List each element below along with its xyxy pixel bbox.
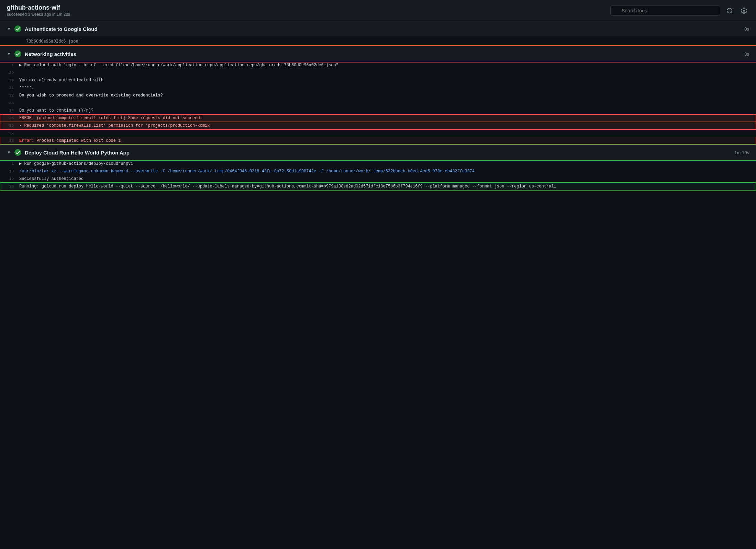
chevron-down-icon: ▼ <box>7 26 11 31</box>
section-authenticate: ▼ Authenticate to Google Cloud 0s 73b60d… <box>0 21 756 46</box>
log-text: Running: gcloud run deploy hello-world -… <box>19 183 749 190</box>
log-text: ▶ Run gcloud auth login --brief --cred-f… <box>19 62 749 69</box>
header: github-actions-wif succeeded 3 weeks ago… <box>0 0 756 21</box>
log-line: 1 ▶ Run gcloud auth login --brief --cred… <box>0 61 756 69</box>
authenticate-log-content: 73b60d0e96a02dc6.json" <box>0 36 756 46</box>
header-right <box>610 5 749 16</box>
log-text: Do you want to continue (Y/n)? <box>19 107 749 114</box>
log-line: 29 <box>0 69 756 77</box>
networking-title: Networking activities <box>25 51 76 57</box>
gear-icon <box>741 8 747 14</box>
page-subtitle: succeeded 3 weeks ago in 1m 22s <box>7 12 70 17</box>
log-line: 19 Successfully authenticated <box>0 175 756 183</box>
networking-log-content: 1 ▶ Run gcloud auth login --brief --cred… <box>0 61 756 145</box>
section-deploy: ▼ Deploy Cloud Run Hello World Python Ap… <box>0 145 756 191</box>
error-label: Error: <box>19 138 34 143</box>
page-title: github-actions-wif <box>7 4 70 11</box>
authenticate-check-icon <box>14 25 21 32</box>
authenticate-title: Authenticate to Google Cloud <box>25 26 98 32</box>
section-networking: ▼ Networking activities 8s 1 ▶ Run gclou… <box>0 46 756 145</box>
networking-duration: 8s <box>744 52 749 57</box>
header-left: github-actions-wif succeeded 3 weeks ago… <box>7 4 70 17</box>
log-line: 1 ▶ Run google-github-actions/deploy-clo… <box>0 160 756 168</box>
log-num: 20 <box>7 183 19 190</box>
log-text: ERROR: (gcloud.compute.firewall-rules.li… <box>19 115 749 122</box>
settings-button[interactable] <box>739 5 749 16</box>
log-line-error-38: 38 Error: Process completed with exit co… <box>0 137 756 145</box>
log-text: Do you wish to proceed and overwrite exi… <box>19 92 749 99</box>
chevron-down-icon-3: ▼ <box>7 150 11 155</box>
log-line: 34 Do you want to continue (Y/n)? <box>0 107 756 114</box>
section-authenticate-header-left: ▼ Authenticate to Google Cloud <box>7 25 98 32</box>
refresh-icon <box>726 8 733 14</box>
section-deploy-header[interactable]: ▼ Deploy Cloud Run Hello World Python Ap… <box>0 145 756 160</box>
log-text-blue: /usr/bin/tar xz --warning=no-unknown-key… <box>19 168 749 175</box>
networking-check-icon <box>14 50 21 57</box>
log-line: 31 '***'. <box>0 84 756 92</box>
chevron-down-icon-2: ▼ <box>7 52 11 56</box>
log-num: 34 <box>7 107 19 114</box>
log-num: 1 <box>7 160 19 167</box>
section-deploy-header-left: ▼ Deploy Cloud Run Hello World Python Ap… <box>7 149 130 156</box>
log-text: Successfully authenticated <box>19 175 749 182</box>
log-num: 36 <box>7 122 19 129</box>
log-num: 37 <box>7 130 19 137</box>
section-networking-header-left: ▼ Networking activities <box>7 50 76 57</box>
log-num: 32 <box>7 92 19 99</box>
deploy-check-icon <box>14 149 21 156</box>
log-line-green-20: 20 Running: gcloud run deploy hello-worl… <box>0 183 756 190</box>
log-line: 18 /usr/bin/tar xz --warning=no-unknown-… <box>0 168 756 175</box>
log-line: 33 <box>0 99 756 107</box>
log-line: 37 <box>0 129 756 137</box>
log-text: - Required 'compute.firewalls.list' perm… <box>19 122 749 129</box>
section-authenticate-header[interactable]: ▼ Authenticate to Google Cloud 0s <box>0 21 756 36</box>
log-text: Error: Process completed with exit code … <box>19 137 749 144</box>
refresh-button[interactable] <box>724 5 735 16</box>
search-input[interactable] <box>610 5 720 16</box>
authenticate-duration: 0s <box>744 26 749 32</box>
log-line-error-35: 35 ERROR: (gcloud.compute.firewall-rules… <box>0 114 756 122</box>
log-num: 31 <box>7 84 19 91</box>
deploy-duration: 1m 10s <box>734 150 749 155</box>
deploy-title: Deploy Cloud Run Hello World Python App <box>25 150 130 156</box>
log-num: 33 <box>7 100 19 106</box>
log-line: 30 You are already authenticated with <box>0 77 756 84</box>
deploy-log-content: 1 ▶ Run google-github-actions/deploy-clo… <box>0 160 756 190</box>
log-line-error-36: 36 - Required 'compute.firewalls.list' p… <box>0 122 756 129</box>
log-num: 1 <box>7 62 19 69</box>
section-networking-header[interactable]: ▼ Networking activities 8s <box>0 46 756 61</box>
log-num: 19 <box>7 175 19 182</box>
log-line: 32 Do you wish to proceed and overwrite … <box>0 92 756 99</box>
log-num: 29 <box>7 69 19 76</box>
log-text: You are already authenticated with <box>19 77 749 84</box>
authenticate-pre-log: 73b60d0e96a02dc6.json" <box>0 36 756 46</box>
search-wrapper <box>610 5 720 16</box>
log-text: '***'. <box>19 84 749 91</box>
log-num: 18 <box>7 168 19 175</box>
log-num: 35 <box>7 115 19 122</box>
log-num: 30 <box>7 77 19 84</box>
log-text: ▶ Run google-github-actions/deploy-cloud… <box>19 160 749 167</box>
log-num: 38 <box>7 137 19 144</box>
